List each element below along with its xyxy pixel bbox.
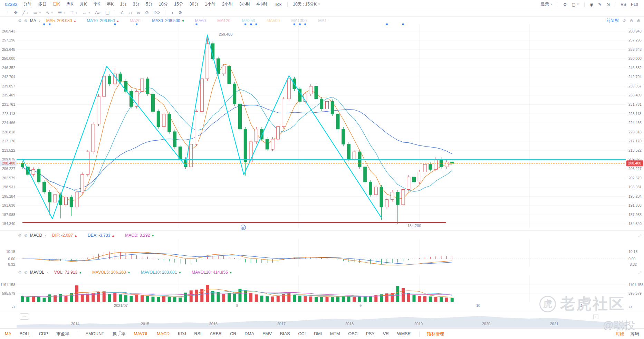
navigator-area[interactable] bbox=[17, 316, 626, 328]
navigator-more-button[interactable]: ⋯ bbox=[20, 313, 29, 320]
collapse-icon[interactable]: ⇲ bbox=[604, 2, 612, 7]
ma-value-item[interactable]: MA5: 208.080▲ bbox=[46, 18, 77, 23]
period-tab-季K[interactable]: 季K bbox=[90, 1, 104, 7]
comment-tool-icon[interactable]: ❏ bbox=[103, 10, 112, 15]
tab-时段[interactable]: 时段 bbox=[616, 331, 624, 337]
wave-tool-icon[interactable]: ∿∨ bbox=[44, 10, 56, 15]
period-tab-3分[interactable]: 3分 bbox=[130, 1, 143, 7]
mavol-expand-icon[interactable]: ⤢ bbox=[638, 271, 641, 275]
tab-PSY[interactable]: PSY bbox=[366, 331, 375, 336]
period-tab-3小时[interactable]: 3小时 bbox=[236, 1, 253, 7]
macd-value-item[interactable]: DEA: -3.733▲ bbox=[88, 233, 115, 238]
mavol-settings-gear-icon[interactable]: ⚙ bbox=[18, 270, 22, 275]
angle-tool-icon[interactable]: ∠ bbox=[118, 10, 127, 15]
period-tab-2小时[interactable]: 2小时 bbox=[219, 1, 236, 7]
ma-value-item[interactable]: MA120: bbox=[217, 18, 231, 23]
text-tool-icon[interactable]: Aa bbox=[93, 10, 103, 15]
mavol-value-item[interactable]: MAVOL5: 206.263▼ bbox=[92, 270, 131, 275]
period-tab-30分[interactable]: 30分 bbox=[186, 1, 202, 7]
period-tab-周K[interactable]: 周K bbox=[63, 1, 77, 7]
ma-value-item[interactable]: MA500: bbox=[267, 18, 281, 23]
camera-icon[interactable]: ◉ bbox=[587, 2, 596, 7]
tab-VR[interactable]: VR bbox=[383, 331, 389, 336]
macd-close-icon[interactable]: ⊗ bbox=[24, 233, 28, 238]
arrow-tool-icon[interactable]: ←∨ bbox=[80, 10, 93, 15]
zoom-out-icon[interactable]: ⊖ bbox=[629, 18, 633, 23]
period-tab-15分[interactable]: 15分 bbox=[171, 1, 186, 7]
period-tab-1小时[interactable]: 1小时 bbox=[202, 1, 219, 7]
mavol-indicator-name[interactable]: MAVOL bbox=[30, 270, 44, 275]
ma-value-item[interactable]: MA60: bbox=[195, 18, 207, 23]
tab-MAVOL[interactable]: MAVOL bbox=[134, 331, 148, 336]
navigator-range-handle[interactable]: › bbox=[593, 314, 598, 319]
tab-CCI[interactable]: CCI bbox=[298, 331, 306, 336]
tab-MACD[interactable]: MACD bbox=[157, 331, 170, 336]
tab-DMA[interactable]: DMA bbox=[244, 331, 254, 336]
period-tab-日K[interactable]: 日K bbox=[50, 1, 63, 7]
chart-settings-icon[interactable]: ⚙ bbox=[561, 2, 569, 7]
event-marker[interactable] bbox=[386, 23, 388, 25]
period-tab-Tick[interactable]: Tick bbox=[271, 2, 285, 7]
tab-DMI[interactable]: DMI bbox=[314, 331, 322, 336]
tab-AMOUNT[interactable]: AMOUNT bbox=[86, 331, 104, 336]
macd-expand-icon[interactable]: ⤢ bbox=[638, 234, 641, 238]
hide-drawings-icon[interactable]: ⊘ bbox=[143, 10, 151, 15]
period-tab-5分[interactable]: 5分 bbox=[143, 1, 155, 7]
layout-icon[interactable]: ▢∨ bbox=[569, 2, 581, 7]
tab-BOLL[interactable]: BOLL bbox=[20, 331, 31, 336]
overlay-tool-icon[interactable]: ∞ bbox=[135, 10, 143, 15]
ma-value-item[interactable]: MA30: 208.500▼ bbox=[152, 18, 184, 23]
magnet-tool-icon[interactable]: ∩ bbox=[126, 10, 134, 15]
tab-EMV[interactable]: EMV bbox=[262, 331, 272, 336]
event-marker[interactable] bbox=[402, 23, 404, 25]
period-tab-分时[interactable]: 分时 bbox=[20, 1, 35, 7]
annotate-icon[interactable]: ✎ bbox=[596, 2, 604, 7]
tab-ARBR[interactable]: ARBR bbox=[210, 331, 222, 336]
reset-zoom-icon[interactable]: ↺ bbox=[622, 18, 626, 23]
shape-tool-icon[interactable]: ▭∨ bbox=[31, 10, 44, 15]
tab-KDJ[interactable]: KDJ bbox=[178, 331, 186, 336]
tab-RSI[interactable]: RSI bbox=[194, 331, 202, 336]
tab-换手率[interactable]: 换手率 bbox=[113, 331, 126, 337]
tab-指标管理[interactable]: 指标管理 bbox=[427, 331, 444, 337]
delete-drawings-icon[interactable]: ⌦ bbox=[151, 10, 162, 15]
tab-OSC[interactable]: OSC bbox=[348, 331, 358, 336]
draw-settings-icon[interactable]: ⚙ bbox=[176, 10, 185, 15]
mavol-value-item[interactable]: MAVOL20: 414.855▼ bbox=[192, 270, 232, 275]
period-tab-年K[interactable]: 年K bbox=[104, 1, 117, 7]
tab-WMSR[interactable]: WMSR bbox=[397, 331, 411, 336]
tab-MA[interactable]: MA bbox=[5, 331, 11, 336]
period-tab-月K[interactable]: 月K bbox=[77, 1, 90, 7]
custom-period-selector[interactable]: 10天 : 15分K ∨ bbox=[290, 1, 323, 7]
mavol-value-item[interactable]: MAVOL10: 283.081▼ bbox=[141, 270, 181, 275]
display-dropdown[interactable]: 显示∨ bbox=[538, 1, 555, 7]
mavol-close-icon[interactable]: ⊗ bbox=[24, 270, 28, 275]
trendline-tool-icon[interactable]: ╱∨ bbox=[20, 10, 31, 15]
compare-icon[interactable]: ◑ bbox=[168, 10, 176, 15]
period-tab-10分[interactable]: 10分 bbox=[156, 1, 171, 7]
symbol-code[interactable]: 02382 bbox=[3, 2, 20, 7]
f10-button[interactable]: F10 bbox=[628, 2, 641, 7]
zoom-in-icon[interactable]: ⊕ bbox=[637, 18, 641, 23]
period-tab-1分[interactable]: 1分 bbox=[117, 1, 129, 7]
vs-button[interactable]: VS bbox=[618, 2, 628, 7]
ma-value-item[interactable]: MA10: 206.650▲ bbox=[87, 18, 119, 23]
ma-settings-gear-icon[interactable]: ⚙ bbox=[18, 18, 22, 23]
tab-CR[interactable]: CR bbox=[230, 331, 236, 336]
tab-CDP[interactable]: CDP bbox=[39, 331, 48, 336]
note-tool-icon[interactable]: ☰∨ bbox=[56, 10, 68, 15]
macd-settings-gear-icon[interactable]: ⚙ bbox=[18, 233, 22, 238]
macd-value-item[interactable]: DIF: -2.087▲ bbox=[52, 233, 77, 238]
adjust-mode-button[interactable]: 前复权 bbox=[606, 18, 619, 23]
mavol-value-item[interactable]: VOL: 71.913▼ bbox=[54, 270, 82, 275]
move-tool-icon[interactable]: ✥ bbox=[11, 10, 20, 15]
ma-value-item[interactable]: MA1000: bbox=[291, 18, 308, 23]
ma-indicator-name[interactable]: MA bbox=[30, 18, 36, 23]
macd-indicator-name[interactable]: MACD bbox=[30, 233, 42, 238]
tab-市盈率[interactable]: 市盈率 bbox=[56, 331, 69, 337]
ma-value-item[interactable]: MA20: bbox=[130, 18, 142, 23]
ma-value-item[interactable]: MA1 bbox=[318, 18, 327, 23]
ma-close-icon[interactable]: ⊗ bbox=[24, 18, 28, 23]
chart-canvas[interactable]: 260.943260.943257.296257.296253.648253.6… bbox=[0, 0, 644, 339]
period-tab-4小时[interactable]: 4小时 bbox=[253, 1, 271, 7]
